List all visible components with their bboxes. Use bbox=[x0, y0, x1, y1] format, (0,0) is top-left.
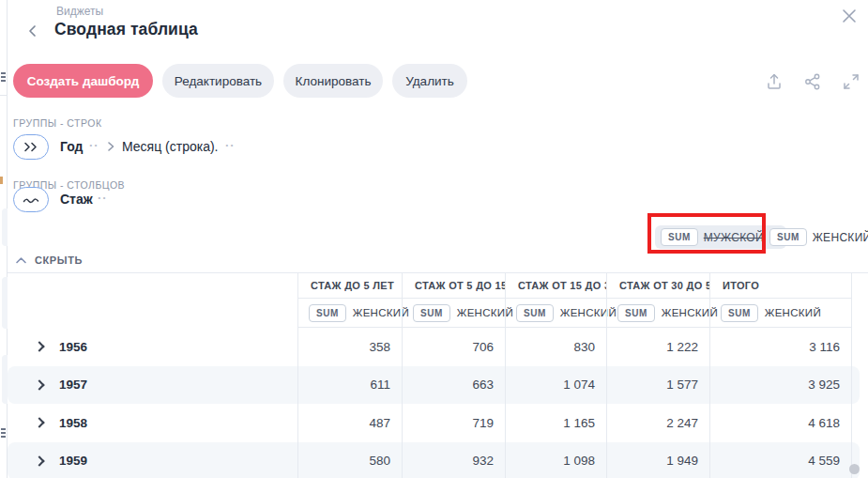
double-chevron-right-icon bbox=[23, 142, 39, 152]
pivot-corner-cell bbox=[8, 299, 297, 328]
sum-badge: SUM bbox=[516, 304, 554, 322]
column-header[interactable]: СТАЖ ДО 5 ЛЕТ bbox=[297, 273, 402, 299]
value-cell: 580 bbox=[297, 442, 402, 478]
value-cell: 663 bbox=[402, 366, 505, 405]
chevron-right-icon bbox=[34, 342, 44, 352]
measure-header[interactable]: SUMЖЕНСКИЙ bbox=[709, 299, 852, 328]
edit-button[interactable]: Редактировать bbox=[162, 64, 274, 98]
scrollbar-thumb[interactable] bbox=[849, 464, 860, 474]
measure-male-disabled[interactable]: SUM МУЖСКОЙ bbox=[655, 225, 786, 249]
row-groups-label: ГРУППЫ - СТРОК bbox=[13, 117, 102, 129]
hide-label: СКРЫТЬ bbox=[35, 254, 83, 266]
chevron-right-icon bbox=[34, 455, 44, 466]
more-dots-icon[interactable] bbox=[225, 138, 236, 152]
chevron-right-icon bbox=[34, 379, 44, 390]
table-row: 19584877191 1652 2474 618 bbox=[8, 404, 860, 442]
value-cell: 1 222 bbox=[606, 328, 709, 366]
pivot-corner-cell bbox=[8, 273, 297, 299]
row-label: 1956 bbox=[59, 340, 87, 354]
sum-badge: SUM bbox=[661, 228, 698, 246]
chevron-right-icon bbox=[105, 141, 116, 152]
chevron-right-icon bbox=[34, 418, 44, 428]
value-cell: 358 bbox=[297, 328, 402, 366]
measure-header[interactable]: SUMЖЕНСКИЙ bbox=[402, 299, 505, 328]
sum-badge: SUM bbox=[769, 228, 807, 246]
row-label: 1958 bbox=[59, 416, 87, 430]
column-header[interactable]: СТАЖ ОТ 30 ДО 50... bbox=[606, 273, 709, 299]
value-cell: 1 165 bbox=[505, 404, 606, 442]
value-cell: 1 098 bbox=[505, 442, 606, 478]
pivot-measure-row: SUMЖЕНСКИЙSUMЖЕНСКИЙSUMЖЕНСКИЙSUMЖЕНСКИЙ… bbox=[8, 299, 860, 328]
value-cell: 611 bbox=[297, 366, 402, 405]
back-button[interactable] bbox=[24, 23, 41, 39]
column-header[interactable]: СТАЖ ОТ 5 ДО 15 ... bbox=[402, 273, 505, 299]
sum-badge: SUM bbox=[309, 304, 346, 322]
col-groups-toggle[interactable] bbox=[13, 187, 49, 212]
row-expander[interactable]: 1959 bbox=[8, 442, 297, 478]
page-title: Сводная таблица bbox=[54, 20, 198, 39]
share-icon[interactable] bbox=[802, 71, 823, 92]
measure-name: ЖЕНСКИЙ bbox=[765, 307, 821, 318]
column-header[interactable]: ИТОГО bbox=[709, 273, 852, 299]
col-group-item-experience[interactable]: Стаж bbox=[60, 192, 93, 207]
widget-actions bbox=[764, 71, 861, 92]
sum-badge: SUM bbox=[721, 304, 758, 322]
table-row: 19563587068301 2223 116 bbox=[8, 328, 860, 366]
row-group-item-year[interactable]: Год bbox=[60, 139, 84, 154]
more-dots-icon[interactable] bbox=[98, 191, 108, 205]
widget-view: Виджеты Сводная таблица Создать дашборд … bbox=[0, 0, 868, 478]
measure-name: ЖЕНСКИЙ bbox=[353, 307, 409, 318]
measure-name: МУЖСКОЙ bbox=[704, 231, 764, 244]
table-row: 19595809321 0981 9494 559 bbox=[8, 442, 860, 478]
measure-header[interactable]: SUMЖЕНСКИЙ bbox=[505, 299, 606, 328]
measure-header[interactable]: SUMЖЕНСКИЙ bbox=[297, 299, 402, 328]
more-dots-icon[interactable] bbox=[89, 138, 99, 152]
row-expander[interactable]: 1956 bbox=[8, 328, 297, 366]
clone-button[interactable]: Клонировать bbox=[283, 64, 383, 98]
value-cell: 4 559 bbox=[709, 442, 852, 478]
value-cell: 3 925 bbox=[709, 366, 852, 405]
hide-panel-toggle[interactable]: СКРЫТЬ bbox=[15, 254, 83, 266]
table-row: 19576116631 0741 5773 925 bbox=[8, 366, 860, 405]
value-cell: 1 074 bbox=[505, 366, 606, 405]
value-cell: 932 bbox=[402, 442, 505, 478]
measure-name: ЖЕНСКИЙ bbox=[813, 231, 868, 244]
value-cell: 4 618 bbox=[709, 404, 852, 442]
close-icon bbox=[839, 6, 860, 26]
chevron-up-icon bbox=[15, 256, 27, 265]
row-label: 1959 bbox=[59, 454, 87, 468]
fullscreen-icon[interactable] bbox=[841, 71, 861, 92]
row-label: 1957 bbox=[59, 378, 87, 392]
measure-female-active[interactable]: SUM ЖЕНСКИЙ bbox=[769, 228, 868, 246]
close-button[interactable] bbox=[839, 6, 860, 26]
background-page-edge bbox=[0, 0, 8, 478]
column-header[interactable]: СТАЖ ОТ 15 ДО 30 ... bbox=[505, 273, 606, 299]
value-cell: 706 bbox=[402, 328, 505, 366]
sum-badge: SUM bbox=[413, 304, 450, 322]
pivot-header-row: СТАЖ ДО 5 ЛЕТСТАЖ ОТ 5 ДО 15 ...СТАЖ ОТ … bbox=[8, 273, 860, 299]
measure-header[interactable]: SUMЖЕНСКИЙ bbox=[606, 299, 709, 328]
row-group-item-month[interactable]: Месяц (строка). bbox=[122, 139, 219, 154]
value-cell: 487 bbox=[297, 404, 402, 442]
row-expander[interactable]: 1957 bbox=[8, 366, 297, 405]
chevron-left-icon bbox=[24, 23, 41, 39]
row-expander[interactable]: 1958 bbox=[8, 404, 297, 442]
pivot-table: СТАЖ ДО 5 ЛЕТСТАЖ ОТ 5 ДО 15 ...СТАЖ ОТ … bbox=[8, 273, 868, 478]
create-dashboard-button[interactable]: Создать дашборд bbox=[13, 64, 153, 98]
value-cell: 1 949 bbox=[606, 442, 709, 478]
value-cell: 3 116 bbox=[709, 328, 852, 366]
value-cell: 830 bbox=[505, 328, 606, 366]
value-cell: 719 bbox=[402, 404, 505, 442]
wave-icon bbox=[23, 195, 39, 205]
sum-badge: SUM bbox=[617, 304, 655, 322]
delete-button[interactable]: Удалить bbox=[392, 64, 467, 98]
export-icon[interactable] bbox=[764, 71, 784, 92]
value-cell: 1 577 bbox=[606, 366, 709, 405]
breadcrumb: Виджеты bbox=[56, 5, 103, 18]
value-cell: 2 247 bbox=[606, 404, 709, 442]
row-groups-toggle[interactable] bbox=[13, 134, 49, 160]
